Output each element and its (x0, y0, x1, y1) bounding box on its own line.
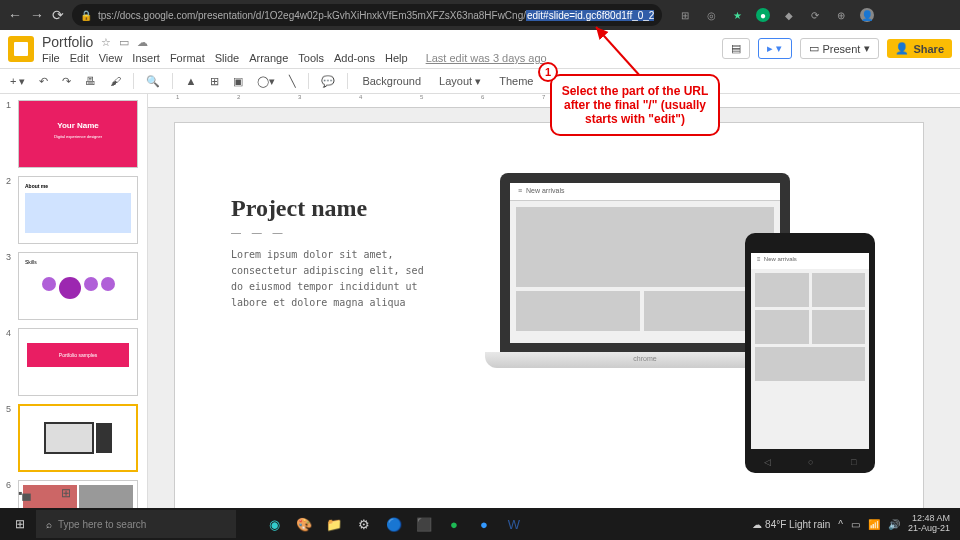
view-toggle: ▪▄ ⊞ (12, 480, 77, 506)
menu-arrange[interactable]: Arrange (249, 52, 288, 64)
phone-mockup: ≡ New arrivals ◁○□ (745, 233, 875, 473)
chrome-icon[interactable]: 🔵 (380, 510, 408, 538)
settings-icon[interactable]: ⚙ (350, 510, 378, 538)
slide-divider: — — — (231, 227, 287, 238)
select-tool[interactable]: ▲ (181, 73, 200, 89)
shape-tool[interactable]: ◯▾ (253, 73, 279, 90)
url-bar[interactable]: 🔒 tps://docs.google.com/presentation/d/1… (72, 4, 662, 26)
menu-slide[interactable]: Slide (215, 52, 239, 64)
thumbnail-5[interactable] (18, 404, 138, 472)
battery-icon[interactable]: ▭ (851, 519, 860, 530)
lock-icon: 🔒 (80, 10, 92, 21)
grid-view-icon[interactable]: ⊞ (61, 486, 71, 500)
slideshow-button[interactable]: ▸ ▾ (758, 38, 791, 59)
forward-icon[interactable]: → (30, 7, 44, 23)
image-tool[interactable]: ▣ (229, 73, 247, 90)
redo-button[interactable]: ↷ (58, 73, 75, 90)
taskbar-search[interactable]: ⌕Type here to search (36, 510, 236, 538)
url-text: tps://docs.google.com/presentation/d/1O2… (98, 10, 654, 21)
explorer-icon[interactable]: 📁 (320, 510, 348, 538)
ext-icon[interactable]: ◆ (782, 8, 796, 22)
annotation-callout: 1 Select the part of the URL after the f… (550, 74, 720, 136)
ext-icon[interactable]: ⊞ (678, 8, 692, 22)
slide-thumbnails: 1Your NameDigital experience designer 2A… (0, 94, 148, 508)
app-icon[interactable]: 🎨 (290, 510, 318, 538)
print-button[interactable]: 🖶 (81, 73, 100, 89)
slide-body-text[interactable]: Lorem ipsum dolor sit amet, consectetur … (231, 247, 431, 311)
theme-button[interactable]: Theme (493, 73, 539, 89)
textbox-tool[interactable]: ⊞ (206, 73, 223, 90)
zoom-button[interactable]: 🔍 (142, 73, 164, 90)
tray-chevron-icon[interactable]: ^ (838, 519, 843, 530)
comment-tool[interactable]: 💬 (317, 73, 339, 90)
search-icon: ⌕ (46, 519, 52, 530)
thumbnail-3[interactable]: Skills (18, 252, 138, 320)
canvas-area: 1 2 3 4 5 6 7 8 9 Project name — — — Lor… (148, 94, 960, 508)
thumbnail-2[interactable]: About me (18, 176, 138, 244)
document-title[interactable]: Portfolio (42, 34, 93, 50)
ext-icon[interactable]: ⟳ (808, 8, 822, 22)
app-icon[interactable]: ● (470, 510, 498, 538)
start-button[interactable]: ⊞ (4, 508, 36, 540)
volume-icon[interactable]: 🔊 (888, 519, 900, 530)
ext-icon[interactable]: ● (756, 8, 770, 22)
clock[interactable]: 12:48 AM21-Aug-21 (908, 514, 950, 534)
thumbnail-1[interactable]: Your NameDigital experience designer (18, 100, 138, 168)
weather-widget[interactable]: ☁ 84°F Light rain (752, 519, 830, 530)
menu-file[interactable]: File (42, 52, 60, 64)
edge-icon[interactable]: ◉ (260, 510, 288, 538)
menu-edit[interactable]: Edit (70, 52, 89, 64)
office-icon[interactable]: ⬛ (410, 510, 438, 538)
slide-title[interactable]: Project name (231, 195, 367, 222)
slides-logo-icon[interactable] (8, 36, 34, 62)
star-icon[interactable]: ★ (730, 8, 744, 22)
filmstrip-view-icon[interactable]: ▪▄ (18, 486, 31, 500)
slide-canvas[interactable]: Project name — — — Lorem ipsum dolor sit… (174, 122, 924, 508)
undo-button[interactable]: ↶ (35, 73, 52, 90)
share-button[interactable]: 👤 Share (887, 39, 952, 58)
line-tool[interactable]: ╲ (285, 73, 300, 90)
move-icon[interactable]: ▭ (119, 36, 129, 49)
word-icon[interactable]: W (500, 510, 528, 538)
avatar-icon[interactable]: 👤 (860, 8, 874, 22)
toolbar: + ▾ ↶ ↷ 🖶 🖌 🔍 ▲ ⊞ ▣ ◯▾ ╲ 💬 Background La… (0, 68, 960, 94)
ext-icon[interactable]: ◎ (704, 8, 718, 22)
paint-button[interactable]: 🖌 (106, 73, 125, 89)
annotation-text: Select the part of the URL after the fin… (562, 84, 709, 126)
menu-help[interactable]: Help (385, 52, 408, 64)
new-slide-button[interactable]: + ▾ (6, 73, 29, 90)
reload-icon[interactable]: ⟳ (52, 7, 64, 23)
star-icon[interactable]: ☆ (101, 36, 111, 49)
annotation-arrow (586, 22, 706, 82)
cloud-icon[interactable]: ☁ (137, 36, 148, 49)
browser-chrome-bar: ← → ⟳ 🔒 tps://docs.google.com/presentati… (0, 0, 960, 30)
ext-icon[interactable]: ⊕ (834, 8, 848, 22)
menu-view[interactable]: View (99, 52, 123, 64)
app-header: Portfolio ☆ ▭ ☁ File Edit View Insert Fo… (0, 30, 960, 68)
wifi-icon[interactable]: 📶 (868, 519, 880, 530)
annotation-number: 1 (538, 62, 558, 82)
menu-addons[interactable]: Add-ons (334, 52, 375, 64)
layout-button[interactable]: Layout ▾ (433, 73, 487, 90)
menu-tools[interactable]: Tools (298, 52, 324, 64)
spotify-icon[interactable]: ● (440, 510, 468, 538)
extension-icons: ⊞ ◎ ★ ● ◆ ⟳ ⊕ 👤 (678, 8, 874, 22)
windows-taskbar: ⊞ ⌕Type here to search ◉ 🎨 📁 ⚙ 🔵 ⬛ ● ● W… (0, 508, 960, 540)
background-button[interactable]: Background (356, 73, 427, 89)
present-button[interactable]: ▭ Present ▾ (800, 38, 880, 59)
thumbnail-4[interactable]: Portfolio samples (18, 328, 138, 396)
back-icon[interactable]: ← (8, 7, 22, 23)
last-edit-text[interactable]: Last edit was 3 days ago (426, 52, 547, 64)
menu-format[interactable]: Format (170, 52, 205, 64)
menu-insert[interactable]: Insert (132, 52, 160, 64)
google-slides-app: Portfolio ☆ ▭ ☁ File Edit View Insert Fo… (0, 30, 960, 508)
comments-button[interactable]: ▤ (722, 38, 750, 59)
